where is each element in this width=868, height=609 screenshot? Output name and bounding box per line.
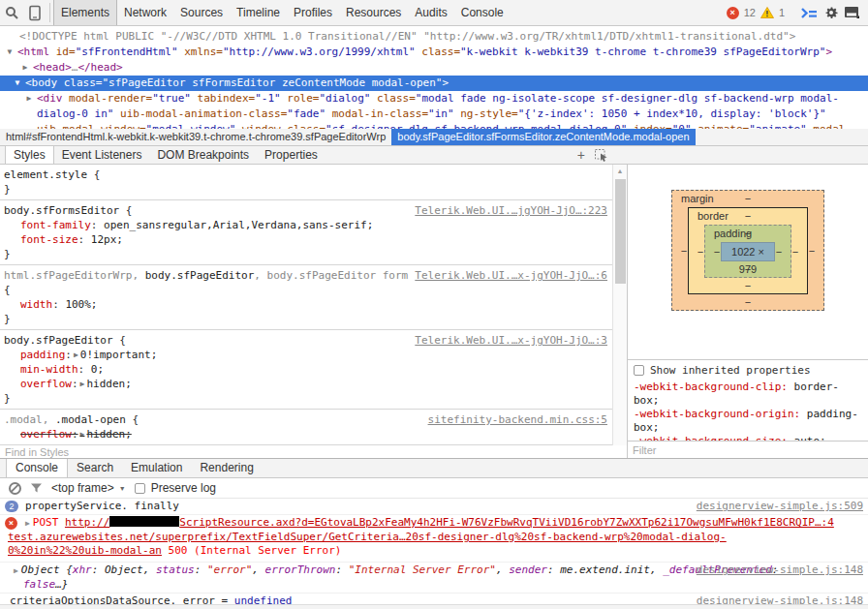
tab-emulation[interactable]: Emulation bbox=[122, 459, 191, 477]
new-style-rule-icon[interactable]: + bbox=[577, 148, 585, 162]
preserve-log-checkbox[interactable] bbox=[135, 483, 145, 494]
collapsed-arrow-icon[interactable]: ▶ bbox=[23, 91, 35, 107]
margin-bottom-value[interactable]: − bbox=[680, 294, 816, 310]
error-request-line[interactable]: POST http://ScriptResource.axd?d=EGtovaL… bbox=[33, 516, 834, 529]
console-drawer-icon[interactable] bbox=[800, 7, 819, 19]
styles-scrollbar[interactable]: ▲ bbox=[612, 165, 627, 445]
tab-search[interactable]: Search bbox=[68, 459, 122, 477]
inspect-element-icon[interactable] bbox=[0, 0, 23, 25]
rule-close-brace: } bbox=[4, 182, 608, 197]
dom-node-head[interactable]: ▶ <head>…</head> bbox=[0, 60, 868, 76]
show-inherited-checkbox[interactable] bbox=[634, 365, 644, 376]
scrollbar-thumb[interactable] bbox=[615, 179, 626, 284]
tab-profiles[interactable]: Profiles bbox=[287, 0, 339, 25]
padding-bottom-value[interactable]: − bbox=[713, 261, 783, 277]
css-property[interactable]: width: 100%; bbox=[4, 297, 608, 312]
devtools-window: { "icons": { "x": "×", "up": "▲", "down"… bbox=[0, 0, 868, 609]
border-right-value[interactable]: − bbox=[791, 246, 799, 258]
css-property[interactable]: font-size: 12px; bbox=[4, 232, 608, 247]
css-property[interactable]: overflow:▶hidden; bbox=[4, 377, 608, 391]
warning-icon[interactable] bbox=[760, 7, 774, 18]
margin-left-value[interactable]: − bbox=[680, 245, 688, 257]
breadcrumb-body-selected[interactable]: body.sfPageEditor.sfFormsEditor.zeConten… bbox=[391, 129, 695, 145]
css-property[interactable]: font-family: open_sansregular,Arial,Verd… bbox=[4, 218, 608, 232]
element-state-icon[interactable] bbox=[595, 149, 608, 162]
padding-right-value[interactable]: − bbox=[775, 246, 783, 258]
dom-node-html[interactable]: ▼ <html id="sfFrontendHtml" xmlns="http:… bbox=[0, 45, 868, 60]
computed-filter-input[interactable] bbox=[628, 442, 868, 458]
settings-gear-icon[interactable] bbox=[823, 5, 839, 20]
tab-properties[interactable]: Properties bbox=[257, 146, 326, 164]
border-bottom-value[interactable]: − bbox=[697, 278, 799, 293]
show-inherited-label: Show inherited properties bbox=[650, 364, 811, 377]
frame-selector[interactable]: <top frame> ▼ bbox=[51, 481, 126, 495]
div-tag-text: dialog-0 in" uib-modal-animation-class="… bbox=[37, 107, 826, 120]
margin-right-value[interactable]: − bbox=[808, 245, 816, 257]
css-property-overridden[interactable]: overflow:▶hidden; bbox=[4, 427, 608, 442]
rule-selector[interactable]: element.style { bbox=[4, 167, 608, 182]
styles-pane-actions: + bbox=[577, 146, 608, 164]
dom-node-div-line3[interactable]: uib-modal-window="modal-window" window-c… bbox=[0, 122, 868, 129]
object-preview[interactable]: Object {xhr: Object, status: "error", er… bbox=[21, 563, 779, 576]
error-count: 12 bbox=[744, 7, 756, 18]
tab-timeline[interactable]: Timeline bbox=[230, 0, 287, 25]
console-drawer: Console Search Emulation Rendering <top … bbox=[0, 458, 868, 609]
stylesheet-link[interactable]: Telerik.Web.UI.…jgYOH-JjO…:223 bbox=[415, 203, 607, 218]
breadcrumb-html[interactable]: html#sfFrontendHtml.k-webkit.k-webkit39.… bbox=[0, 129, 391, 145]
collapsed-arrow-icon[interactable]: ▶ bbox=[19, 60, 31, 76]
dock-side-icon[interactable] bbox=[844, 6, 860, 19]
style-rule-sfpageeditor: Telerik.Web.UI.…x-jgYOH-JjO…:3 body.sfPa… bbox=[0, 330, 612, 410]
expanded-arrow-icon[interactable]: ▼ bbox=[12, 76, 23, 91]
css-property[interactable]: min-width: 0; bbox=[4, 362, 608, 377]
device-mode-icon[interactable] bbox=[23, 0, 46, 25]
tab-network[interactable]: Network bbox=[117, 0, 173, 25]
border-left-value[interactable]: − bbox=[697, 246, 704, 258]
tab-sources[interactable]: Sources bbox=[173, 0, 230, 25]
rule-close-brace: } bbox=[4, 247, 608, 261]
tab-rendering[interactable]: Rendering bbox=[191, 459, 262, 477]
dom-node-div-line2[interactable]: dialog-0 in" uib-modal-animation-class="… bbox=[0, 107, 868, 122]
source-link[interactable]: designerview-simple.js:509 bbox=[697, 500, 863, 513]
tab-resources[interactable]: Resources bbox=[339, 0, 408, 25]
stylesheet-link[interactable]: Telerik.Web.UI.…x-jgYOH-JjO…:6 bbox=[415, 268, 607, 283]
tab-audits[interactable]: Audits bbox=[408, 0, 453, 25]
tab-console[interactable]: Console bbox=[454, 0, 511, 25]
clear-console-icon[interactable] bbox=[9, 482, 21, 495]
tab-dom-breakpoints[interactable]: DOM Breakpoints bbox=[149, 146, 257, 164]
head-tag-text: <head>…</head> bbox=[33, 61, 123, 74]
dom-node-div-line1[interactable]: ▶ <div modal-render="true" tabindex="-1"… bbox=[0, 91, 868, 107]
object-preview-wrap: false…} bbox=[14, 578, 862, 592]
source-link[interactable]: designerview-simple.js:148 bbox=[697, 594, 863, 604]
tab-elements[interactable]: Elements bbox=[53, 0, 117, 25]
rule-close-brace: } bbox=[4, 391, 608, 406]
console-messages: 2 propertyService. finally designerview-… bbox=[0, 499, 868, 604]
box-model-content[interactable]: 1022 × 979 bbox=[721, 242, 775, 261]
computed-property-name: -webkit-background-clip: bbox=[634, 381, 788, 393]
html-tag-text: <html id="sfFrontendHtml" xmlns="http://… bbox=[17, 46, 832, 58]
box-model-border: border − − padding − − 1022 × 97 bbox=[688, 207, 808, 294]
source-link[interactable]: designerview-simple.js:148 bbox=[697, 563, 863, 577]
expand-arrow-icon[interactable]: ▶ bbox=[14, 566, 21, 575]
stylesheet-link[interactable]: Telerik.Web.UI.…x-jgYOH-JjO…:3 bbox=[415, 333, 607, 348]
filter-icon[interactable] bbox=[30, 482, 43, 494]
error-url-wrap-line[interactable]: test.azurewebsites.net/superprefix/TextF… bbox=[6, 531, 862, 544]
error-count-icon[interactable]: × bbox=[727, 7, 739, 19]
expanded-arrow-icon[interactable]: ▼ bbox=[4, 45, 16, 60]
tab-styles[interactable]: Styles bbox=[5, 146, 54, 164]
toolbar-separator bbox=[49, 3, 50, 22]
scroll-up-arrow-icon[interactable]: ▲ bbox=[613, 165, 627, 177]
padding-left-value[interactable]: − bbox=[713, 246, 721, 258]
console-object-message: designerview-simple.js:148 ▶Object {xhr:… bbox=[0, 563, 868, 594]
preserve-log-toggle[interactable]: Preserve log bbox=[135, 481, 216, 495]
tab-event-listeners[interactable]: Event Listeners bbox=[54, 146, 150, 164]
dom-node-doctype[interactable]: <!DOCTYPE html PUBLIC "-//W3C//DTD XHTML… bbox=[0, 29, 868, 45]
stylesheet-link[interactable]: sitefinity-backend.min.css:5 bbox=[428, 412, 607, 427]
find-in-styles-input[interactable] bbox=[0, 446, 627, 459]
tab-console[interactable]: Console bbox=[6, 459, 68, 477]
dom-node-body-selected[interactable]: ▼ <body class="sfPageEditor sfFormsEdito… bbox=[0, 76, 868, 91]
computed-property[interactable]: -webkit-background-origin: padding-box; bbox=[634, 408, 862, 435]
metrics-computed-pane: margin − − border − − padding − bbox=[627, 165, 868, 458]
computed-property[interactable]: -webkit-background-clip: border-box; bbox=[634, 381, 862, 408]
css-property[interactable]: padding:▶0!important; bbox=[4, 348, 608, 362]
expand-arrow-icon[interactable]: ▶ bbox=[25, 519, 33, 528]
